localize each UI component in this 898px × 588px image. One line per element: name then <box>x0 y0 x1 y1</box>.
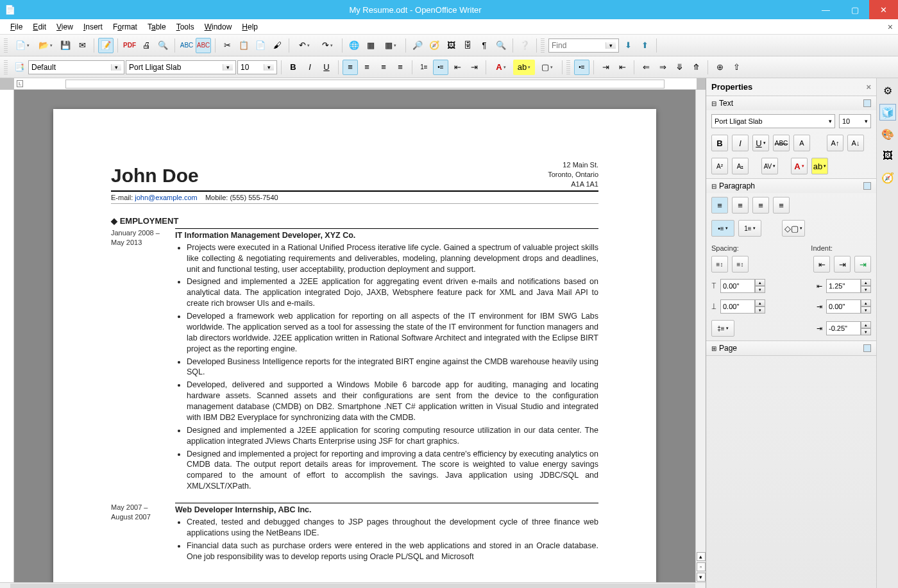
prop-decrease-font-button[interactable]: A↓ <box>847 135 864 151</box>
hanging-indent-button[interactable]: ⇥ <box>854 256 871 273</box>
prop-bold-button[interactable]: B <box>711 135 728 151</box>
prev-page-icon[interactable]: ▴ <box>697 552 706 561</box>
align-justify-button[interactable]: ≡ <box>393 60 408 75</box>
find-replace-button[interactable]: 🔎 <box>410 38 425 53</box>
prop-spacing-button[interactable]: AV <box>761 158 778 174</box>
edit-file-button[interactable]: 📝 <box>98 38 114 53</box>
prop-bgcolor-button[interactable]: ◇▢ <box>782 220 805 237</box>
close-button[interactable]: ✕ <box>869 0 898 19</box>
indent-first-input[interactable]: ▴▾ <box>826 321 871 335</box>
email-button[interactable]: ✉ <box>74 38 90 53</box>
align-right-button[interactable]: ≡ <box>376 60 391 75</box>
styles-button[interactable]: 📑 <box>12 60 27 75</box>
highlight-color-button[interactable]: ab <box>513 60 535 75</box>
styles-tab-icon[interactable]: 🎨 <box>879 126 896 142</box>
paragraph-style-combo[interactable]: Default▾ <box>28 60 124 74</box>
navigator-tab-icon[interactable]: 🧭 <box>879 169 896 186</box>
background-color-button[interactable]: ▢ <box>536 60 558 75</box>
hyperlink-button[interactable]: 🌐 <box>346 38 362 53</box>
prop-align-left-button[interactable]: ≡ <box>711 197 728 214</box>
cut-button[interactable]: ✂ <box>219 38 235 53</box>
menu-insert[interactable]: Insert <box>78 22 108 31</box>
prop-align-justify-button[interactable]: ≡ <box>773 197 790 214</box>
print-button[interactable]: 🖨 <box>139 38 154 53</box>
bold-button[interactable]: B <box>285 60 301 75</box>
paragraph-section-header[interactable]: ⊟Paragraph <box>706 179 876 193</box>
export-pdf-button[interactable]: PDF <box>122 38 137 53</box>
dec-spacing-button[interactable]: ≡↕ <box>732 256 749 273</box>
properties-tab-icon[interactable]: 🧊 <box>879 104 896 121</box>
page-section-header[interactable]: ⊞Page <box>706 341 876 355</box>
open-button[interactable]: 📂 <box>35 38 56 53</box>
copy-button[interactable]: 📋 <box>236 38 251 53</box>
demote-button[interactable]: ⇥ <box>598 60 613 75</box>
paste-button[interactable]: 📄 <box>253 38 268 53</box>
spellcheck-button[interactable]: ABC <box>179 38 194 53</box>
space-above-input[interactable]: ▴▾ <box>720 279 765 293</box>
font-color-button[interactable]: A <box>490 60 512 75</box>
horizontal-scrollbar[interactable] <box>0 582 706 588</box>
maximize-button[interactable]: ▢ <box>840 0 869 19</box>
menu-window[interactable]: Window <box>199 22 237 31</box>
toolbar-handle[interactable] <box>4 60 8 74</box>
prop-align-center-button[interactable]: ≡ <box>732 197 749 214</box>
table-button[interactable]: ▦ <box>363 38 378 53</box>
autospellcheck-button[interactable]: ABC <box>196 38 211 53</box>
prop-increase-font-button[interactable]: A↑ <box>827 135 843 151</box>
move-down-sub-button[interactable]: ⤋ <box>672 60 687 75</box>
save-button[interactable]: 💾 <box>58 38 73 53</box>
menu-tools[interactable]: Tools <box>171 22 199 31</box>
bullets-toggle-button[interactable]: •≡ <box>574 60 589 75</box>
menu-table[interactable]: Table <box>142 22 171 31</box>
align-left-button[interactable]: ≡ <box>343 60 358 75</box>
toolbar-handle[interactable] <box>4 38 8 53</box>
page-canvas[interactable]: John Doe 12 Main St. Toronto, Ontario A1… <box>53 109 656 582</box>
inc-indent-button[interactable]: ⇥ <box>834 256 851 273</box>
find-prev-button[interactable]: ⬆ <box>637 38 652 53</box>
next-page-icon[interactable]: ▾ <box>697 573 706 582</box>
increase-indent-button[interactable]: ⇥ <box>466 60 482 75</box>
prop-subscript-button[interactable]: A₂ <box>732 158 749 174</box>
inc-spacing-button[interactable]: ≡↕ <box>711 256 728 273</box>
format-paintbrush-button[interactable]: 🖌 <box>269 38 285 53</box>
horizontal-ruler[interactable]: L <box>14 78 697 90</box>
prop-superscript-button[interactable]: A² <box>711 158 728 174</box>
move-left-button[interactable]: ⇐ <box>638 60 654 75</box>
bulleted-list-button[interactable]: •≡ <box>433 60 448 75</box>
decrease-indent-button[interactable]: ⇤ <box>450 60 465 75</box>
sidebar-settings-icon[interactable]: ⚙ <box>879 82 896 99</box>
dec-indent-button[interactable]: ⇤ <box>813 256 830 273</box>
move-up-sub-button[interactable]: ⤊ <box>688 60 704 75</box>
vertical-ruler[interactable] <box>0 90 14 582</box>
zoom-button[interactable]: 🔍 <box>493 38 509 53</box>
indent-right-input[interactable]: ▴▾ <box>826 299 871 314</box>
document-scroll[interactable]: John Doe 12 Main St. Toronto, Ontario A1… <box>14 90 695 582</box>
find-combo[interactable]: ▾ <box>548 38 619 53</box>
prop-bullets-button[interactable]: •≡ <box>711 220 734 237</box>
menu-file[interactable]: File <box>5 22 28 31</box>
prop-size-combo[interactable]: 10▾ <box>839 114 871 128</box>
menu-format[interactable]: Format <box>108 22 142 31</box>
prop-highlight-button[interactable]: ab <box>811 158 828 174</box>
italic-button[interactable]: I <box>302 60 318 75</box>
toolbar-handle[interactable] <box>566 60 570 74</box>
prop-numbering-button[interactable]: 1≡ <box>738 220 761 237</box>
numbered-list-button[interactable]: 1≡ <box>416 60 432 75</box>
prop-italic-button[interactable]: I <box>732 135 749 151</box>
line-spacing-button[interactable]: ‡≡ <box>711 320 734 337</box>
vertical-scrollbar[interactable]: ▴ ◦ ▾ <box>695 90 706 582</box>
minimize-button[interactable]: — <box>811 0 840 19</box>
menu-help[interactable]: Help <box>237 22 263 31</box>
insert-unnumbered-button[interactable]: ⊕ <box>712 60 727 75</box>
navigation-icon[interactable]: ◦ <box>697 562 706 571</box>
prop-strike-button[interactable]: ABC <box>773 135 790 151</box>
prop-shadow-button[interactable]: A <box>793 135 810 151</box>
email-link[interactable]: john@example.com <box>135 194 197 201</box>
find-next-button[interactable]: ⬇ <box>620 38 636 53</box>
nonprinting-chars-button[interactable]: ¶ <box>477 38 492 53</box>
font-name-combo[interactable]: Port Lligat Slab▾ <box>126 60 236 74</box>
properties-close-icon[interactable]: × <box>866 82 871 92</box>
space-below-input[interactable]: ▴▾ <box>720 299 765 314</box>
move-right-button[interactable]: ⇒ <box>655 60 670 75</box>
find-input[interactable] <box>552 41 603 50</box>
